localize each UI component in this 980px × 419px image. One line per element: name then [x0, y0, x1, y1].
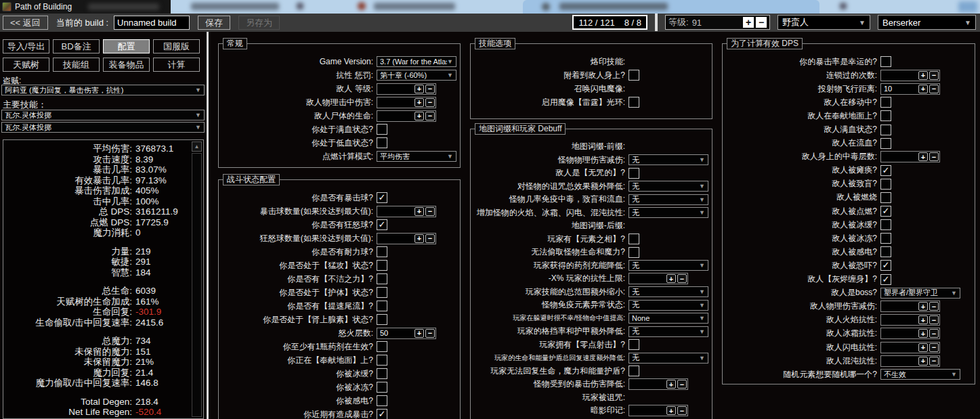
- dropdown[interactable]: 塑界者/塑界守卫▼: [880, 288, 960, 299]
- checkbox[interactable]: ✓: [880, 274, 891, 285]
- checkbox[interactable]: [880, 219, 891, 230]
- plus-button[interactable]: +: [918, 85, 928, 93]
- minus-button[interactable]: −: [929, 302, 939, 311]
- checkbox[interactable]: [880, 192, 891, 203]
- back-button[interactable]: << 返回: [3, 16, 48, 30]
- number-input[interactable]: +−: [629, 378, 688, 390]
- checkbox[interactable]: [377, 341, 387, 352]
- checkbox[interactable]: [377, 137, 387, 148]
- checkbox[interactable]: [377, 382, 387, 393]
- checkbox[interactable]: [377, 287, 387, 298]
- number-input[interactable]: +−: [377, 97, 436, 108]
- number-input[interactable]: 10+−: [880, 83, 940, 95]
- minus-button[interactable]: −: [425, 234, 435, 243]
- checkbox[interactable]: [377, 355, 387, 366]
- checkbox[interactable]: [629, 247, 639, 258]
- number-input[interactable]: +−: [377, 83, 436, 95]
- blurred-tab[interactable]: [374, 3, 455, 10]
- checkbox[interactable]: [880, 179, 891, 190]
- dropdown[interactable]: 无▼: [629, 300, 708, 311]
- checkbox[interactable]: ✓: [377, 192, 387, 203]
- number-input[interactable]: +−: [880, 314, 940, 326]
- save-as-button[interactable]: 另存为: [238, 16, 280, 30]
- plus-button[interactable]: +: [666, 380, 676, 389]
- sidebar-divider[interactable]: [207, 32, 209, 419]
- ascendancy-dropdown[interactable]: Berserker ▼: [878, 15, 976, 30]
- scroll-up-icon[interactable]: ▲: [192, 141, 202, 152]
- sidebar-tab-6[interactable]: 技能组: [53, 58, 100, 72]
- sidebar-tab-1[interactable]: 导入/导出: [3, 39, 49, 53]
- minus-button[interactable]: −: [425, 98, 435, 107]
- plus-button[interactable]: +: [918, 357, 928, 366]
- minus-button[interactable]: −: [929, 357, 939, 366]
- number-input[interactable]: 50+−: [377, 328, 436, 339]
- plus-button[interactable]: +: [414, 85, 424, 93]
- minus-button[interactable]: −: [677, 274, 687, 283]
- checkbox[interactable]: [629, 234, 639, 244]
- skill-part-dropdown[interactable]: 瓦尔.灵体投掷 ▼: [1, 122, 205, 133]
- blurred-tab[interactable]: [559, 3, 668, 10]
- stats-scrollbar[interactable]: ▲: [192, 141, 202, 417]
- minus-button[interactable]: −: [677, 380, 687, 389]
- checkbox[interactable]: [377, 395, 387, 406]
- checkbox[interactable]: [629, 339, 639, 350]
- number-input[interactable]: +−: [880, 328, 940, 339]
- checkbox[interactable]: ✓: [377, 409, 387, 419]
- checkbox[interactable]: [377, 314, 387, 325]
- blurred-tab-close-icon[interactable]: [297, 3, 303, 9]
- dropdown[interactable]: 无▼: [629, 286, 708, 297]
- minus-button[interactable]: −: [425, 207, 435, 216]
- checkbox[interactable]: ✓: [377, 219, 387, 230]
- minus-button[interactable]: −: [929, 329, 939, 338]
- save-button[interactable]: 保存: [198, 16, 230, 30]
- checkbox[interactable]: [880, 110, 891, 121]
- number-input[interactable]: +−: [377, 110, 436, 122]
- number-input[interactable]: +−: [629, 273, 688, 284]
- main-skill-dropdown[interactable]: 瓦尔.灵体投掷 ▼: [1, 110, 205, 120]
- checkbox[interactable]: [377, 260, 387, 271]
- minus-button[interactable]: −: [425, 329, 435, 338]
- number-input[interactable]: +−: [629, 405, 688, 416]
- minus-button[interactable]: −: [929, 152, 939, 161]
- minus-button[interactable]: −: [929, 315, 939, 324]
- checkbox[interactable]: ✓: [880, 165, 891, 176]
- number-input[interactable]: +−: [377, 206, 436, 217]
- minus-button[interactable]: −: [425, 85, 435, 93]
- dropdown[interactable]: 平均伤害▼: [377, 151, 456, 162]
- checkbox[interactable]: [880, 246, 891, 257]
- class-dropdown[interactable]: 野蛮人 ▼: [777, 15, 870, 30]
- dropdown[interactable]: None▼: [629, 313, 708, 324]
- plus-button[interactable]: +: [414, 234, 424, 243]
- minus-button[interactable]: −: [929, 71, 939, 80]
- plus-button[interactable]: +: [918, 71, 928, 80]
- sidebar-tab-3[interactable]: 配置: [103, 39, 150, 53]
- dropdown[interactable]: 无▼: [629, 207, 708, 218]
- dropdown[interactable]: 无▼: [629, 181, 708, 192]
- plus-button[interactable]: +: [918, 152, 928, 161]
- plus-button[interactable]: +: [666, 274, 676, 283]
- checkbox[interactable]: [629, 366, 639, 376]
- number-input[interactable]: +−: [880, 355, 940, 367]
- blurred-tab[interactable]: [840, 3, 847, 9]
- dropdown[interactable]: 无▼: [629, 260, 708, 271]
- minus-button[interactable]: −: [929, 85, 939, 93]
- blurred-new-tab[interactable]: [958, 1, 977, 12]
- dropdown[interactable]: 无▼: [629, 194, 708, 205]
- checkbox[interactable]: [377, 273, 387, 284]
- dropdown[interactable]: 无▼: [629, 326, 708, 337]
- sidebar-tab-2[interactable]: BD备注: [53, 39, 100, 53]
- number-input[interactable]: +−: [880, 151, 940, 162]
- checkbox[interactable]: [377, 301, 387, 311]
- bandit-dropdown[interactable]: 阿莉亚 (魔力回复，暴击伤害，抗性) ▼: [1, 85, 205, 95]
- checkbox[interactable]: [880, 233, 891, 244]
- plus-button[interactable]: +: [918, 329, 928, 338]
- number-input[interactable]: +−: [377, 233, 436, 244]
- plus-button[interactable]: +: [414, 207, 424, 216]
- number-input[interactable]: +−: [880, 342, 940, 353]
- level-minus-button[interactable]: −: [756, 17, 767, 28]
- minus-button[interactable]: −: [677, 406, 687, 415]
- checkbox[interactable]: [629, 70, 639, 81]
- dropdown[interactable]: 无▼: [629, 353, 708, 363]
- dropdown[interactable]: 不生效▼: [880, 369, 960, 380]
- minus-button[interactable]: −: [425, 112, 435, 120]
